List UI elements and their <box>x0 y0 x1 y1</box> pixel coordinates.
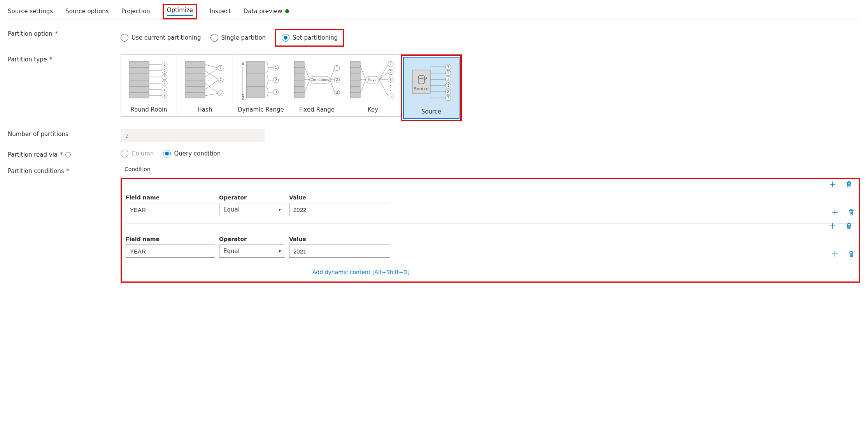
delete-condition-button-1[interactable] <box>847 250 855 258</box>
svg-text:2: 2 <box>275 78 277 82</box>
svg-text:1: 1 <box>275 66 277 70</box>
select-operator-0[interactable]: Equal ▾ <box>219 203 285 216</box>
svg-text:2: 2 <box>163 87 166 91</box>
svg-text:3: 3 <box>275 90 277 94</box>
label-partition-type: Partition type* <box>8 54 121 63</box>
condition-row: Field name Operator Equal ▾ Value <box>126 231 855 265</box>
svg-line-80 <box>360 66 366 80</box>
input-value-0[interactable] <box>289 203 390 216</box>
chevron-down-icon: ▾ <box>279 207 281 212</box>
svg-text:3: 3 <box>447 96 449 100</box>
card-hash-label: Hash <box>198 106 212 113</box>
add-condition-group-button-2[interactable] <box>829 222 836 230</box>
label-partition-read-via: Partition read via* i <box>8 150 121 158</box>
card-dynamic-range[interactable]: A Z 123 <box>233 54 289 117</box>
radio-use-current-partitioning[interactable]: Use current partitioning <box>121 34 201 42</box>
add-condition-button-0[interactable] <box>831 208 839 216</box>
radio-query-condition[interactable]: Query condition <box>163 150 221 157</box>
svg-line-82 <box>360 80 366 93</box>
svg-point-98 <box>390 87 391 88</box>
svg-line-31 <box>205 71 219 80</box>
card-key[interactable]: Keys 12 3n Key <box>345 54 401 117</box>
tab-inspect[interactable]: Inspect <box>210 4 231 19</box>
svg-text:2: 2 <box>163 69 166 73</box>
chevron-down-icon: ▾ <box>279 248 281 254</box>
round-robin-icon: 12 31 23 <box>126 58 172 101</box>
tab-source-options[interactable]: Source options <box>65 4 109 19</box>
svg-line-35 <box>205 93 219 96</box>
radio-set-partitioning[interactable]: Set partitioning <box>282 34 338 42</box>
svg-text:2: 2 <box>447 90 449 94</box>
tab-data-preview-label: Data preview <box>244 8 282 15</box>
delete-condition-button-0[interactable] <box>847 208 855 216</box>
svg-line-85 <box>379 64 388 80</box>
add-dynamic-content-link[interactable]: Add dynamic content [Alt+Shift+D] <box>126 269 855 275</box>
input-field-name-1[interactable] <box>126 245 215 258</box>
svg-point-99 <box>390 90 391 91</box>
header-operator: Operator <box>219 236 285 242</box>
info-icon[interactable]: i <box>65 152 71 157</box>
card-fixed-range-label: Fixed Range <box>299 106 335 113</box>
svg-line-65 <box>330 68 335 80</box>
fixed-range-icon: Conditions 123 <box>292 58 342 101</box>
svg-line-67 <box>330 80 335 93</box>
input-num-partitions[interactable] <box>121 129 265 142</box>
tab-data-preview[interactable]: Data preview <box>244 4 289 19</box>
add-condition-button-1[interactable] <box>831 250 839 258</box>
svg-text:Conditions: Conditions <box>310 78 329 82</box>
plus-icon <box>831 208 839 216</box>
delete-condition-group-button[interactable] <box>845 180 853 188</box>
label-partition-conditions: Partition conditions* <box>8 166 121 175</box>
header-field-name: Field name <box>126 194 215 201</box>
partition-type-cards: 12 31 23 Round Robin <box>121 54 462 121</box>
svg-rect-45 <box>246 61 265 98</box>
card-round-robin[interactable]: 12 31 23 Round Robin <box>121 54 177 117</box>
svg-text:1: 1 <box>389 62 392 66</box>
svg-text:1: 1 <box>447 65 449 69</box>
svg-text:1: 1 <box>447 84 449 87</box>
delete-condition-group-button-2[interactable] <box>845 222 853 230</box>
svg-text:2: 2 <box>336 78 338 82</box>
input-field-name-0[interactable] <box>126 203 215 216</box>
tab-projection[interactable]: Projection <box>121 4 150 19</box>
label-num-partitions: Number of partitions <box>8 129 121 138</box>
status-dot-icon <box>285 9 289 13</box>
radio-single-partition[interactable]: Single partition <box>210 34 266 42</box>
select-operator-1[interactable]: Equal ▾ <box>219 245 285 258</box>
svg-text:A: A <box>242 61 245 66</box>
radio-query-condition-label: Query condition <box>174 150 221 157</box>
svg-text:3: 3 <box>219 91 222 95</box>
tab-optimize[interactable]: Optimize <box>167 7 193 16</box>
svg-point-97 <box>390 85 391 86</box>
dynamic-range-icon: A Z 123 <box>238 58 284 101</box>
hash-icon: 123 <box>182 58 228 101</box>
source-icon: Source 12 31 <box>406 61 457 103</box>
card-hash[interactable]: 123 Hash <box>177 54 233 117</box>
select-operator-0-value: Equal <box>223 206 240 213</box>
input-value-1[interactable] <box>289 245 390 258</box>
plus-icon <box>831 250 839 258</box>
svg-line-62 <box>304 80 310 93</box>
tab-source-settings[interactable]: Source settings <box>8 4 53 19</box>
trash-icon <box>847 208 855 216</box>
add-condition-group-button[interactable] <box>829 180 836 188</box>
svg-text:1: 1 <box>163 81 166 85</box>
card-source[interactable]: Source 12 31 <box>403 57 459 119</box>
card-dynamic-range-label: Dynamic Range <box>238 106 284 113</box>
card-fixed-range[interactable]: Conditions 123 Fixed Range <box>289 54 345 117</box>
svg-line-60 <box>304 66 310 80</box>
plus-icon <box>829 180 836 188</box>
key-icon: Keys 12 3n <box>348 58 398 101</box>
svg-text:2: 2 <box>219 78 222 82</box>
svg-text:n: n <box>389 94 392 98</box>
highlight-conditions: Field name Operator Equal ▾ Value <box>121 178 860 283</box>
radio-column[interactable]: Column <box>121 150 154 157</box>
condition-row: Field name Operator Equal ▾ Value <box>126 190 855 224</box>
radio-column-label: Column <box>132 150 154 157</box>
svg-text:1: 1 <box>163 63 166 66</box>
svg-text:1: 1 <box>219 66 222 70</box>
plus-icon <box>829 222 836 230</box>
svg-line-30 <box>205 65 219 68</box>
tabs: Source settings Source options Projectio… <box>8 4 860 19</box>
svg-text:2: 2 <box>447 71 449 75</box>
